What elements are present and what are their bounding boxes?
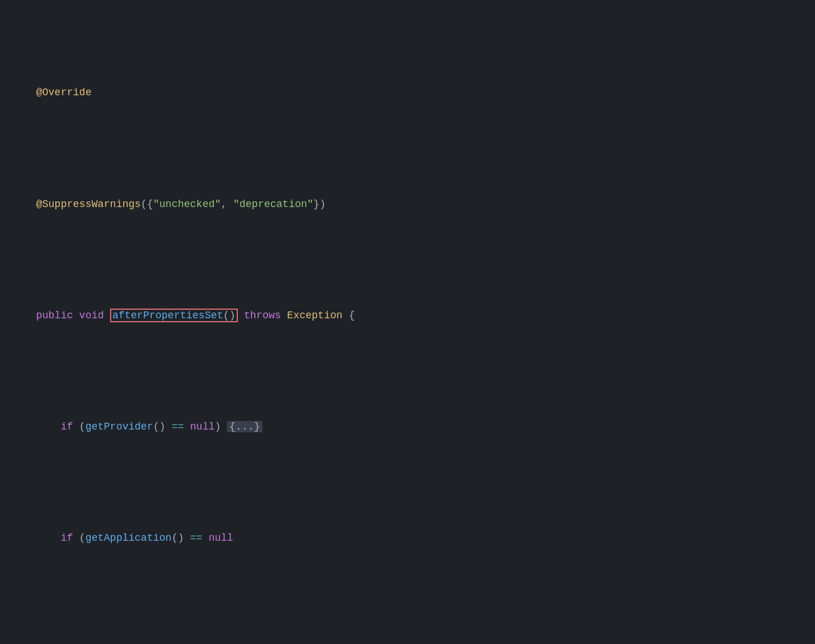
line-3: public void afterPropertiesSet() throws … bbox=[0, 292, 815, 340]
line-2: @SuppressWarnings({"unchecked", "depreca… bbox=[0, 181, 815, 229]
annotation-override: @Override bbox=[36, 87, 91, 98]
line-5: if (getApplication() == null bbox=[0, 515, 815, 563]
highlight-method-name: afterPropertiesSet() bbox=[110, 309, 238, 322]
line-6: && (getProvider() == null || getProvider… bbox=[0, 626, 815, 644]
line-4: if (getProvider() == null) {...} bbox=[0, 403, 815, 451]
line-1: @Override bbox=[0, 70, 815, 118]
code-editor: @Override @SuppressWarnings({"unchecked"… bbox=[0, 0, 815, 644]
annotation-suppress: @SuppressWarnings bbox=[36, 199, 141, 210]
